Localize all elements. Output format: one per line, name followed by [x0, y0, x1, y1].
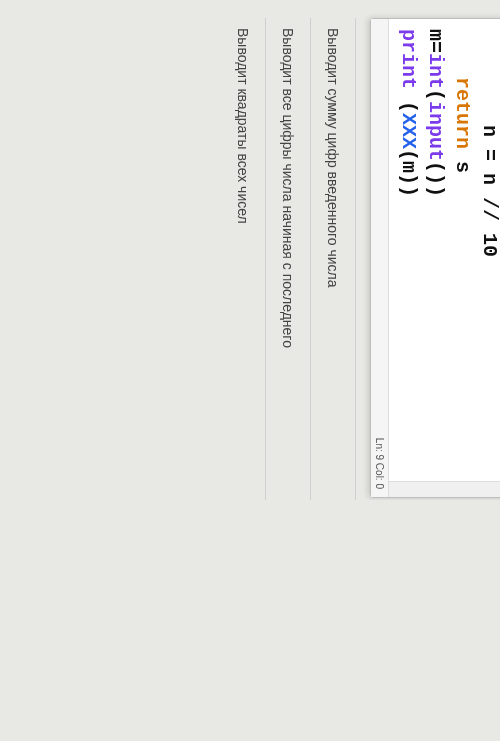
option-3[interactable]: Выводит квадраты всех чисел: [221, 18, 266, 500]
fn-call: XXX: [397, 113, 420, 149]
answer-options: Выводит сумму цифр введенного числа Выво…: [221, 18, 356, 500]
cursor-position: Ln: 9 Col: 0: [374, 438, 385, 489]
code-indent: [451, 29, 474, 77]
code-editor[interactable]: def XXX(n): s = 0 while n!= 0: s=s+ n % …: [389, 19, 500, 497]
status-bar: Ln: 9 Col: 0: [371, 19, 389, 497]
builtin-print: print: [397, 29, 420, 89]
vertical-scrollbar[interactable]: [389, 481, 500, 497]
kw-return: return: [451, 77, 474, 149]
idle-window: 7.py - C:\Users\Администратор\AppData\Lo…: [370, 18, 500, 498]
code-text: (: [397, 89, 420, 113]
builtin-int: int: [424, 53, 447, 89]
option-2[interactable]: Выводит все цифры числа начиная с послед…: [266, 18, 311, 500]
code-text: (m)): [397, 149, 420, 197]
code-text: ()): [424, 161, 447, 197]
option-1[interactable]: Выводит сумму цифр введенного числа: [311, 18, 356, 500]
code-text: (: [424, 89, 447, 101]
code-text: s: [451, 149, 474, 173]
builtin-input: input: [424, 101, 447, 161]
code-line: n = n // 10: [476, 29, 500, 487]
code-text: m=: [424, 29, 447, 53]
